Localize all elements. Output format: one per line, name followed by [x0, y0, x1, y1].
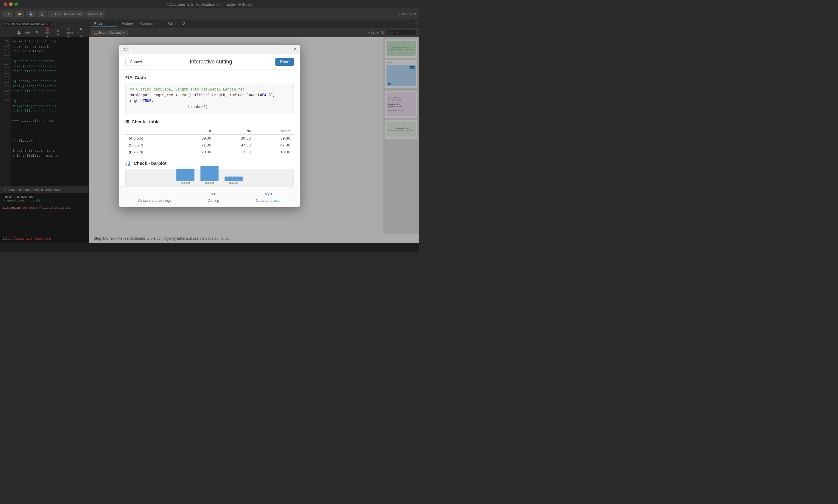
cutting-icon: ✂ [211, 191, 216, 198]
table-row: (5.5,6.7] 71.00 47.30 47.30 [125, 142, 294, 148]
row-n-3: 20.00 [175, 148, 215, 156]
col-header-label [125, 127, 175, 135]
row-valpct-1: 39.30 [254, 134, 294, 142]
footer-tab-variable[interactable]: ≡ Variable and settings [132, 190, 177, 204]
table-section-title: ⊞ Check - table [125, 119, 294, 125]
check-table: n % val% (4.3,5.5] 59.00 39.30 39.30 [125, 127, 294, 156]
code-section-title: </> Code [125, 75, 294, 80]
code-line-1: dat$Sepal.Length_rec <- cut(dat$Sepal.Le… [130, 93, 289, 104]
row-n-2: 71.00 [175, 142, 215, 148]
modal-footer: ≡ Variable and settings ✂ Cutting </> Co… [119, 186, 300, 207]
row-pct-2: 47.30 [215, 142, 254, 148]
code-section-label: Code [135, 75, 146, 80]
table-icon: ⊞ [125, 119, 129, 125]
modal-dialog: icut × Cancel Interactive cutting Done <… [119, 45, 300, 207]
row-pct-3: 13.30 [215, 148, 254, 156]
footer-tab-code-result[interactable]: </> Code and result [250, 190, 288, 204]
row-label-2: (5.5,6.7] [125, 142, 175, 148]
modal-header-title: Interactive cutting [190, 59, 232, 65]
row-label-1: (4.3,5.5] [125, 134, 175, 142]
footer-tab-cutting-label: Cutting [208, 199, 219, 203]
footer-tab-code-result-label: Code and result [256, 198, 281, 203]
modal-close-button[interactable]: × [293, 47, 296, 52]
done-button[interactable]: Done [275, 58, 294, 66]
col-header-valpct: val% [254, 127, 294, 135]
modal-header: Cancel Interactive cutting Done [119, 54, 300, 70]
modal-title-bar: icut × [119, 45, 300, 54]
row-n-1: 59.00 [175, 134, 215, 142]
code-comment: ## Cutting dat$Sepal.Length into dat$Sep… [130, 87, 289, 93]
code-result-icon: </> [265, 191, 273, 197]
barplot-icon: 📊 [125, 160, 131, 166]
table-row: (4.3,5.5] 59.00 39.30 39.30 [125, 134, 294, 142]
row-valpct-2: 47.30 [254, 142, 294, 148]
code-icon: </> [125, 75, 132, 80]
code-block: ## Cutting dat$Sepal.Length into dat$Sep… [125, 83, 294, 114]
col-header-pct: % [215, 127, 254, 135]
row-pct-1: 39.30 [215, 134, 254, 142]
modal-title-label: icut [123, 47, 129, 51]
table-section: n % val% (4.3,5.5] 59.00 39.30 39.30 [125, 127, 294, 156]
barplot-section-title: 📊 Check - barplot [125, 160, 294, 166]
barplot-chart: (4.3,5.5] (5.5,6.7] (6.7,7.9] [125, 169, 294, 186]
footer-tab-variable-label: Variable and settings [138, 198, 171, 203]
modal-body: </> Code ## Cutting dat$Sepal.Length int… [119, 70, 300, 186]
variable-settings-icon: ≡ [153, 191, 156, 197]
col-header-n: n [175, 127, 215, 135]
row-label-3: (6.7,7.9] [125, 148, 175, 156]
cancel-button[interactable]: Cancel [125, 58, 146, 66]
row-valpct-3: 13.30 [254, 148, 294, 156]
footer-tab-cutting[interactable]: ✂ Cutting [202, 190, 225, 204]
barplot-section-label: Check - barplot [134, 161, 167, 166]
code-line-2: breaks=3) [130, 104, 289, 110]
modal-overlay[interactable]: icut × Cancel Interactive cutting Done <… [0, 0, 419, 252]
table-row: (6.7,7.9] 20.00 13.30 13.30 [125, 148, 294, 156]
table-section-label: Check - table [132, 119, 159, 124]
